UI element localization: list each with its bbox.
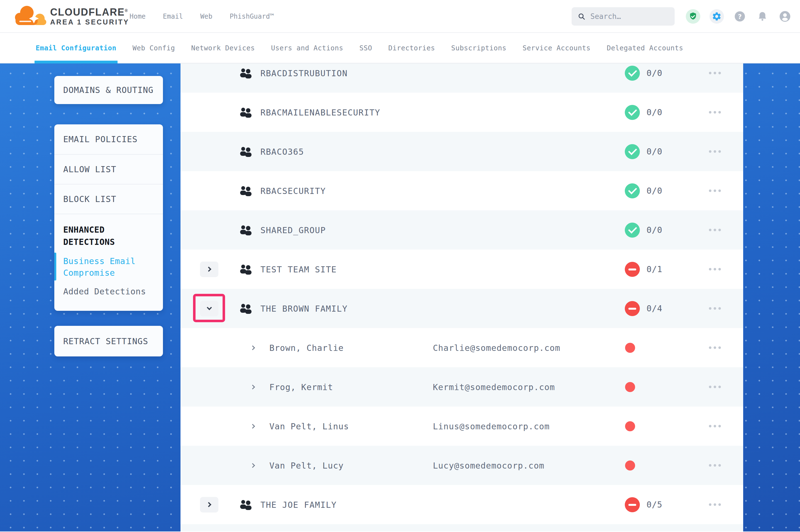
status-badge: 0/4 (625, 301, 662, 316)
primary-nav: HomeEmailWebPhishGuard™ (129, 0, 274, 33)
search-input[interactable] (590, 12, 669, 21)
notifications-bell-icon[interactable] (756, 10, 769, 23)
row-actions-menu[interactable] (706, 68, 724, 79)
member-email: Lucy@somedemocorp.com (433, 460, 544, 470)
content-area: DOMAINS & ROUTING EMAIL POLICIESALLOW LI… (0, 63, 800, 531)
status-count: 0/0 (647, 108, 662, 117)
sidebar-item-email-policies[interactable]: EMAIL POLICIES (54, 125, 163, 154)
groups-table-panel: RBACDISTRUBUTION 0/0 RBACMAILENABLESECUR… (181, 63, 743, 531)
status-count: 0/4 (647, 304, 662, 313)
top-bar: CLOUDFLARE® AREA 1 SECURITY HomeEmailWeb… (0, 0, 800, 33)
table-row-group: RBACO365 0/0 (181, 132, 743, 171)
group-name: RBACO365 (260, 147, 304, 156)
enhanced-detections-section: ENHANCED DETECTIONS Business Email Compr… (54, 214, 163, 311)
tab-subscriptions[interactable]: Subscriptions (451, 33, 506, 63)
group-icon (239, 146, 252, 157)
tab-service-accounts[interactable]: Service Accounts (523, 33, 590, 63)
status-badge: 0/1 (625, 262, 662, 277)
group-icon (239, 264, 252, 274)
tab-delegated-accounts[interactable]: Delegated Accounts (607, 33, 683, 63)
row-actions-menu[interactable] (706, 185, 724, 196)
status-count: 0/0 (647, 147, 662, 156)
table-row-group: THE JOE FAMILY 0/5 (181, 485, 743, 524)
member-name: Van Pelt, Lucy (269, 460, 344, 470)
status-icon (625, 105, 640, 120)
settings-gear-icon[interactable] (709, 9, 724, 24)
status-count: 0/0 (647, 68, 662, 78)
status-icon (625, 144, 640, 159)
status-badge: 0/0 (625, 144, 662, 159)
group-icon (239, 186, 252, 196)
status-badge: 0/0 (625, 223, 662, 238)
row-actions-menu[interactable] (706, 225, 724, 236)
sidebar-item-allow-list[interactable]: ALLOW LIST (54, 154, 163, 184)
status-dot (625, 460, 635, 471)
table-row-member: Van Pelt, Lucy Lucy@somedemocorp.com (181, 446, 743, 485)
expand-toggle-button[interactable] (200, 301, 218, 316)
expand-toggle-button[interactable] (200, 262, 218, 277)
group-name: TEST TEAM SITE (260, 264, 337, 274)
cloudflare-cloud-icon (13, 4, 48, 27)
row-actions-menu[interactable] (706, 460, 724, 471)
sidebar-item-added-detections[interactable]: Added Detections (63, 287, 154, 296)
status-count: 0/1 (647, 264, 662, 274)
sidebar-item-enhanced-detections[interactable]: ENHANCED DETECTIONS (63, 224, 154, 248)
tab-sso[interactable]: SSO (359, 33, 372, 63)
sidebar-policies-card: EMAIL POLICIESALLOW LISTBLOCK LIST ENHAN… (54, 125, 163, 311)
status-badge: 0/5 (625, 497, 662, 512)
primary-nav-email[interactable]: Email (163, 13, 183, 20)
brand-subtitle: AREA 1 SECURITY (50, 18, 129, 26)
row-actions-menu[interactable] (706, 107, 724, 118)
brand-title: CLOUDFLARE® (50, 5, 129, 18)
account-avatar-icon[interactable] (778, 10, 792, 23)
group-name: THE JOE FAMILY (260, 500, 337, 510)
group-icon (239, 107, 252, 118)
row-actions-menu[interactable] (706, 342, 724, 354)
chevron-right-icon[interactable] (250, 384, 255, 389)
shield-check-icon[interactable] (686, 9, 700, 24)
sidebar-item-label: DOMAINS & ROUTING (63, 85, 153, 95)
primary-nav-web[interactable]: Web (200, 13, 212, 20)
sidebar-item-business-email-compromise[interactable]: Business Email Compromise (63, 255, 154, 279)
row-actions-menu[interactable] (706, 499, 724, 510)
search-box[interactable] (571, 7, 675, 25)
header-icon-group: ? (686, 0, 792, 33)
primary-nav-home[interactable]: Home (129, 13, 146, 20)
secondary-nav: Email ConfigurationWeb ConfigNetwork Dev… (0, 33, 800, 63)
primary-nav-phishguard[interactable]: PhishGuard™ (230, 13, 274, 20)
member-email: Kermit@somedemocorp.com (433, 382, 555, 392)
status-badge: 0/0 (625, 66, 662, 81)
tab-directories[interactable]: Directories (388, 33, 435, 63)
group-icon (239, 68, 252, 78)
table-row-group: RBACSECURITY 0/0 (181, 171, 743, 210)
row-actions-menu[interactable] (706, 264, 724, 275)
tab-users-and-actions[interactable]: Users and Actions (271, 33, 343, 63)
sidebar-item-domains-routing[interactable]: DOMAINS & ROUTING (54, 76, 163, 104)
status-icon (625, 66, 640, 81)
status-icon (625, 262, 640, 277)
row-actions-menu[interactable] (706, 146, 724, 157)
chevron-right-icon[interactable] (250, 463, 255, 468)
member-email: Charlie@somedemocorp.com (433, 343, 560, 353)
group-name: THE BROWN FAMILY (260, 304, 348, 313)
status-count: 0/0 (647, 186, 662, 196)
chevron-icon (206, 267, 211, 271)
registered-mark: ® (125, 8, 128, 13)
table-row-member: Frog, Kermit Kermit@somedemocorp.com (181, 367, 743, 406)
tab-web-config[interactable]: Web Config (132, 33, 175, 63)
chevron-right-icon[interactable] (250, 424, 255, 429)
help-icon[interactable]: ? (733, 10, 746, 23)
tab-network-devices[interactable]: Network Devices (191, 33, 255, 63)
row-actions-menu[interactable] (706, 381, 724, 393)
table-row-group: RBACDISTRUBUTION 0/0 (181, 63, 743, 93)
sidebar-item-retract-settings[interactable]: RETRACT SETTINGS (54, 326, 163, 357)
status-count: 0/5 (647, 500, 662, 510)
tab-email-configuration[interactable]: Email Configuration (36, 33, 116, 63)
sidebar-item-block-list[interactable]: BLOCK LIST (54, 184, 163, 214)
row-actions-menu[interactable] (706, 303, 724, 314)
chevron-right-icon[interactable] (250, 345, 255, 350)
expand-toggle-button[interactable] (200, 497, 218, 513)
member-email: Linus@somedemocorp.com (433, 421, 550, 431)
search-icon (578, 12, 585, 21)
row-actions-menu[interactable] (706, 421, 724, 432)
